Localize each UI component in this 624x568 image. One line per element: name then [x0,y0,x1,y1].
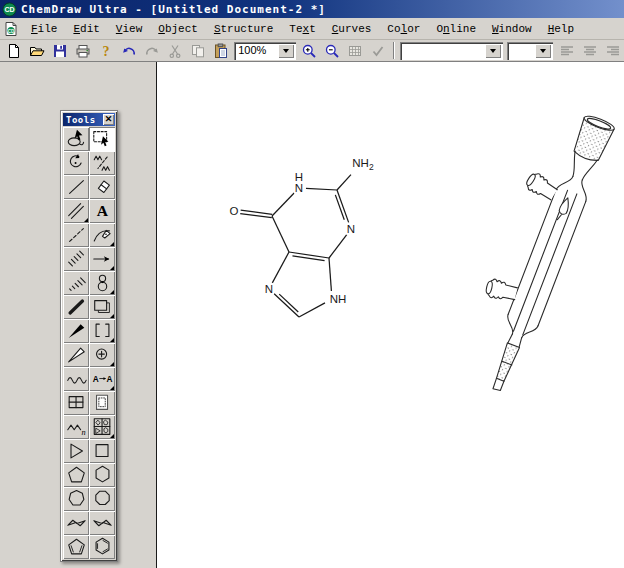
zoom-combo[interactable]: 100% [234,42,296,60]
menu-file[interactable]: File [23,21,65,37]
flyout-corner-icon [110,290,114,294]
menu-structure[interactable]: Structure [206,21,281,37]
tools-palette-titlebar[interactable]: Tools ✕ [63,113,115,126]
paste-button[interactable] [209,41,232,61]
menu-text[interactable]: Text [281,21,323,37]
pen-tool[interactable] [89,223,115,247]
menu-edit[interactable]: Edit [65,21,107,37]
font-combo-value[interactable] [400,42,486,60]
paste-icon [213,43,229,59]
menu-window[interactable]: Window [484,21,540,37]
cyclopentadiene-tool[interactable] [63,535,89,559]
cut-button[interactable] [163,41,186,61]
hollow-wedge-bond-icon [65,344,88,366]
help-icon: ? [98,43,114,59]
cyclobutane-tool[interactable] [89,439,115,463]
align-left-button[interactable] [555,41,578,61]
save-button[interactable] [49,41,72,61]
cyclopropane-tool[interactable] [63,439,89,463]
cut-icon [167,43,183,59]
menu-view[interactable]: View [108,21,150,37]
zoom-in-button[interactable] [298,41,321,61]
check-structure-button[interactable] [367,41,390,61]
periodic-table-button[interactable] [344,41,367,61]
menu-help[interactable]: Help [540,21,582,37]
size-combo[interactable] [507,42,553,60]
multiple-bond-tool[interactable] [63,199,89,223]
zoom-in-icon [301,43,317,59]
rotate-tool[interactable] [63,151,89,175]
size-combo-dropdown-arrow[interactable] [535,44,551,58]
undo-button[interactable] [118,41,141,61]
atom-atom-map-tool[interactable]: AA [89,367,115,391]
text-tool[interactable]: A [89,199,115,223]
cycloheptane-tool[interactable] [63,487,89,511]
align-center-icon [582,43,598,59]
app-icon[interactable]: CD [2,2,17,17]
lasso-icon [65,128,88,150]
chemical-symbols-tool[interactable] [89,343,115,367]
dashed-bond-tool[interactable] [63,223,89,247]
print-button[interactable] [72,41,95,61]
close-icon[interactable]: ✕ [103,114,114,125]
cyclohexane-tool[interactable] [89,463,115,487]
wavy-bond-tool[interactable] [63,367,89,391]
open-button[interactable] [26,41,49,61]
benzene-tool[interactable] [89,535,115,559]
font-combo[interactable] [400,42,504,60]
table-tool[interactable] [63,391,89,415]
eraser-tool[interactable] [89,175,115,199]
help-button[interactable]: ? [95,41,118,61]
zoom-out-button[interactable] [321,41,344,61]
document-icon[interactable]: CD [3,21,19,37]
bracket-tool[interactable] [89,319,115,343]
benzene-icon [91,536,114,558]
new-document-button[interactable] [3,41,26,61]
structure-perspective-tool[interactable] [89,151,115,175]
flyout-corner-icon [110,266,114,270]
align-right-icon [605,43,621,59]
cyclopropane-icon [65,440,88,462]
redo-button[interactable] [141,41,164,61]
hashed-wedge-bond-tool[interactable] [63,271,89,295]
document-page[interactable] [156,62,624,568]
acyclic-chain-tool[interactable]: n [63,415,89,439]
align-center-button[interactable] [578,41,601,61]
menu-curves[interactable]: Curves [324,21,380,37]
wavy-bond-icon [65,368,88,390]
hashed-bond-tool[interactable] [63,247,89,271]
copy-button[interactable] [186,41,209,61]
tools-palette-title: Tools [66,115,96,125]
orbital-tool[interactable] [89,271,115,295]
bold-bond-icon [65,296,88,318]
new-document-icon [6,43,22,59]
wedge-bond-tool[interactable] [63,319,89,343]
drawing-elements-tool[interactable] [89,295,115,319]
align-right-button[interactable] [601,41,624,61]
menu-online[interactable]: Online [428,21,484,37]
size-combo-value[interactable] [507,42,535,60]
font-combo-dropdown-arrow[interactable] [485,44,501,58]
svg-text:A: A [92,375,98,384]
acyclic-chain-icon: n [65,416,88,438]
zoom-combo-value[interactable]: 100% [234,42,278,60]
chevron-down-icon [540,49,546,53]
chair-cyclohexane-2-tool[interactable] [89,511,115,535]
svg-text:CD: CD [8,28,15,33]
templates-tool[interactable] [89,391,115,415]
chair-cyclohexane-1-tool[interactable] [63,511,89,535]
cyclooctane-tool[interactable] [89,487,115,511]
bold-bond-tool[interactable] [63,295,89,319]
lasso-tool[interactable] [63,127,89,151]
marquee-tool[interactable] [89,127,115,151]
arrow-tool[interactable] [89,247,115,271]
cyclopentadiene-icon [65,536,88,558]
template-shapes-tool[interactable] [89,415,115,439]
hashed-wedge-bond-icon [65,272,88,294]
cyclopentane-tool[interactable] [63,463,89,487]
hollow-wedge-bond-tool[interactable] [63,343,89,367]
menu-color[interactable]: Color [379,21,428,37]
zoom-combo-dropdown-arrow[interactable] [278,44,294,58]
menu-object[interactable]: Object [150,21,206,37]
solid-bond-tool[interactable] [63,175,89,199]
